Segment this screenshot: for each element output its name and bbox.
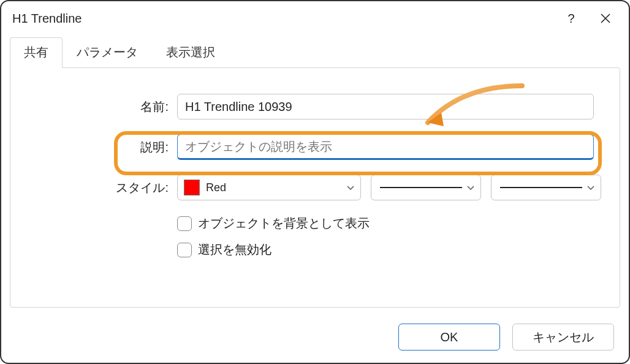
help-button[interactable]: ?: [554, 5, 588, 32]
row-description: 説明:: [25, 134, 605, 160]
row-name: 名前:: [25, 94, 605, 119]
style-line-width-combo[interactable]: [491, 175, 601, 200]
style-line-type-combo[interactable]: [371, 175, 481, 200]
name-input[interactable]: [177, 94, 594, 119]
help-icon: ?: [567, 12, 574, 26]
cancel-button-label: キャンセル: [533, 329, 594, 346]
description-input[interactable]: [177, 134, 594, 160]
dialog-window: H1 Trendline ? 共有 パラメータ 表示選択 名前: 説明:: [0, 0, 630, 364]
chevron-down-icon: [587, 183, 594, 192]
row-disable-selection: 選択を無効化: [177, 241, 605, 258]
label-name: 名前:: [25, 99, 177, 115]
close-icon: [600, 13, 611, 24]
color-swatch-icon: [184, 180, 200, 195]
style-color-combo[interactable]: Red: [177, 175, 361, 200]
ok-button-label: OK: [441, 330, 458, 344]
cancel-button[interactable]: キャンセル: [512, 324, 614, 351]
tab-panel-common: 名前: 説明: スタイル: Red: [10, 67, 620, 308]
checkbox-draw-as-background[interactable]: [177, 216, 192, 231]
chevron-down-icon: [467, 183, 474, 192]
dialog-title: H1 Trendline: [12, 12, 554, 26]
line-width-sample-icon: [500, 187, 582, 188]
tab-parameters[interactable]: パラメータ: [63, 37, 152, 68]
label-draw-as-background: オブジェクトを背景として表示: [198, 215, 370, 232]
tab-display[interactable]: 表示選択: [152, 37, 229, 68]
tab-strip: 共有 パラメータ 表示選択: [1, 36, 629, 67]
row-draw-as-background: オブジェクトを背景として表示: [177, 215, 605, 232]
style-color-value: Red: [206, 181, 226, 194]
label-style: スタイル:: [25, 180, 177, 196]
close-button[interactable]: [588, 5, 623, 32]
chevron-down-icon: [347, 183, 354, 192]
label-disable-selection: 選択を無効化: [198, 241, 271, 258]
ok-button[interactable]: OK: [398, 324, 500, 351]
checkbox-disable-selection[interactable]: [177, 243, 192, 257]
line-type-sample-icon: [380, 187, 462, 188]
row-style: スタイル: Red: [25, 175, 605, 200]
title-bar: H1 Trendline ?: [1, 1, 629, 36]
label-description: 説明:: [25, 139, 177, 156]
dialog-button-row: OK キャンセル: [398, 324, 614, 351]
tab-common[interactable]: 共有: [10, 37, 63, 68]
